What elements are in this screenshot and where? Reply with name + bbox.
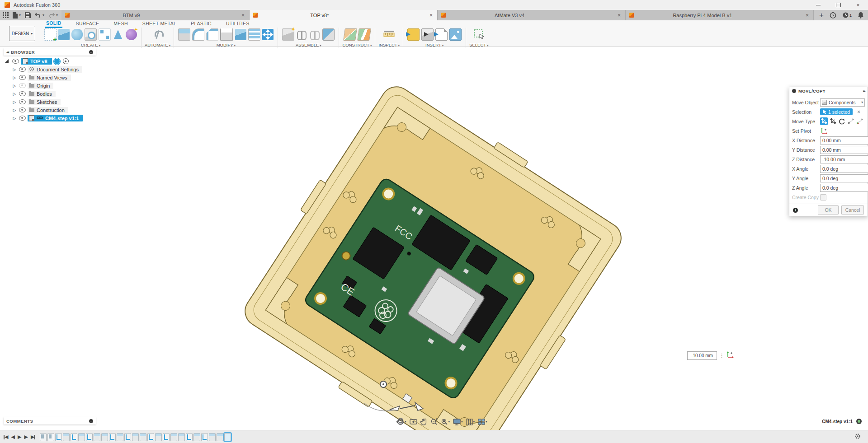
combine-icon[interactable] xyxy=(235,29,246,40)
bell-icon[interactable] xyxy=(858,12,864,19)
dock-panel-icon[interactable]: ▸▸ xyxy=(863,89,865,93)
timeline-feature[interactable] xyxy=(117,433,123,441)
redo-caret-icon[interactable]: ▾ xyxy=(56,13,58,17)
browser-item[interactable]: ▷ Named Views xyxy=(12,74,96,81)
dialog-header[interactable]: MOVE/COPY ▸▸ xyxy=(789,87,868,95)
browser-item[interactable]: ▷ Sketches xyxy=(12,98,96,106)
timeline-feature[interactable] xyxy=(193,433,200,441)
document-tab[interactable]: AtMate V3 v4 × xyxy=(438,10,626,20)
document-tab[interactable]: Raspberry Pi 4 Model B v1 × xyxy=(626,10,814,20)
orbit-button[interactable]: ▾ xyxy=(396,417,407,426)
timeline-feature[interactable] xyxy=(201,433,208,441)
value-row-input[interactable] xyxy=(820,184,868,192)
visibility-icon[interactable] xyxy=(19,99,26,104)
browser-item[interactable]: ▷ Bodies xyxy=(12,90,96,98)
create-sketch-icon[interactable] xyxy=(44,28,57,41)
expand-icon[interactable]: ▷ xyxy=(12,92,17,96)
redo-icon[interactable] xyxy=(48,13,55,18)
timeline-feature[interactable] xyxy=(209,433,216,441)
ribbon-tab[interactable]: UTILITIES xyxy=(225,20,250,27)
display-caret-icon[interactable]: ▾ xyxy=(461,420,463,424)
ribbon-tab[interactable]: SOLID xyxy=(45,20,62,28)
extrude-icon[interactable] xyxy=(58,29,70,40)
insert-mesh-icon[interactable] xyxy=(421,28,434,41)
ribbon-tab[interactable]: SURFACE xyxy=(75,20,100,27)
timeline-feature[interactable] xyxy=(224,433,231,441)
timeline-feature[interactable] xyxy=(78,433,85,441)
visibility-icon[interactable] xyxy=(19,116,26,121)
automate-icon[interactable] xyxy=(152,29,163,40)
insert-svg-icon[interactable] xyxy=(407,28,420,41)
visibility-icon[interactable] xyxy=(12,59,19,64)
point-to-position-button[interactable] xyxy=(856,117,863,125)
notifications-icon[interactable]: 1 xyxy=(842,12,852,19)
file-menu-icon[interactable] xyxy=(13,12,18,19)
comments-options-icon[interactable] xyxy=(89,419,93,423)
viewports-caret-icon[interactable]: ▾ xyxy=(486,420,487,424)
browser-item[interactable]: ▷ Document Settings xyxy=(12,65,96,73)
new-tab-icon[interactable]: + xyxy=(819,11,824,20)
orbit-caret-icon[interactable]: ▾ xyxy=(405,420,406,424)
as-built-joint-icon[interactable] xyxy=(309,29,321,40)
ribbon-tab[interactable]: PLASTIC xyxy=(190,20,212,27)
timeline-feature[interactable] xyxy=(140,433,146,441)
fillet-icon[interactable] xyxy=(192,28,204,41)
clear-selection-icon[interactable]: × xyxy=(857,109,860,115)
select-icon[interactable] xyxy=(473,29,485,40)
undo-caret-icon[interactable]: ▾ xyxy=(42,13,44,17)
skip-to-start-button[interactable]: ◀ xyxy=(4,434,8,440)
viewports-button[interactable]: ▾ xyxy=(477,418,488,426)
timeline-feature[interactable] xyxy=(55,433,62,441)
ribbon-tab[interactable]: SHEET METAL xyxy=(142,20,177,27)
undo-icon[interactable] xyxy=(35,13,41,18)
expand-icon[interactable]: ▷ xyxy=(12,116,17,121)
play-button[interactable]: ▶ xyxy=(18,434,21,440)
timeline-feature[interactable] xyxy=(217,433,223,441)
timeline-feature[interactable] xyxy=(186,433,193,441)
ok-button[interactable]: OK xyxy=(818,205,839,215)
grid-button[interactable]: ▾ xyxy=(465,418,476,426)
expand-icon[interactable]: ▷ xyxy=(12,75,17,80)
timeline-feature[interactable] xyxy=(40,433,47,441)
timeline-feature[interactable] xyxy=(163,433,170,441)
value-row-input[interactable] xyxy=(820,155,868,163)
job-status-icon[interactable] xyxy=(830,12,836,19)
timeline-feature[interactable] xyxy=(170,433,177,441)
close-button[interactable]: × xyxy=(848,0,868,10)
offset-plane-icon[interactable] xyxy=(343,28,357,41)
step-back-button[interactable]: ◀ xyxy=(11,434,14,440)
timeline-feature[interactable] xyxy=(86,433,93,441)
rotate-button[interactable] xyxy=(838,117,846,125)
visibility-icon[interactable] xyxy=(19,75,26,80)
document-tab[interactable]: BTM v9 × xyxy=(61,10,250,20)
timeline-feature[interactable] xyxy=(101,433,108,441)
press-pull-icon[interactable] xyxy=(178,28,190,41)
timeline-feature[interactable] xyxy=(71,433,77,441)
joint-icon[interactable] xyxy=(296,29,307,40)
step-forward-button[interactable]: ▶ xyxy=(24,434,28,440)
timeline-feature[interactable] xyxy=(109,433,116,441)
visibility-icon[interactable] xyxy=(19,67,26,72)
translate-button[interactable] xyxy=(829,117,837,125)
value-row-input[interactable] xyxy=(820,174,868,182)
set-pivot-mini-icon[interactable] xyxy=(726,351,734,360)
shell-icon[interactable] xyxy=(220,28,233,41)
timeline-feature[interactable] xyxy=(63,433,70,441)
ribbon-tab[interactable]: MESH xyxy=(113,20,129,27)
drag-handle-icon[interactable]: ⋮ xyxy=(719,353,724,359)
document-tab[interactable]: TOP v8* × xyxy=(250,10,438,20)
move-copy-icon[interactable] xyxy=(262,29,274,40)
fit-caret-icon[interactable]: ▾ xyxy=(448,420,450,424)
move-object-select[interactable]: Components ▾ xyxy=(820,98,865,107)
minimize-button[interactable] xyxy=(808,0,828,10)
collapse-panel-icon[interactable]: ◂◂ xyxy=(6,50,8,54)
expand-icon[interactable]: ▷ xyxy=(12,100,17,104)
mirror-icon[interactable] xyxy=(113,29,124,40)
3d-viewport[interactable]: FCC CE xyxy=(0,47,868,443)
revolve-icon[interactable] xyxy=(71,29,83,40)
value-row-input[interactable] xyxy=(820,165,868,173)
save-icon[interactable] xyxy=(25,12,31,18)
insert-cad-icon[interactable] xyxy=(435,28,448,41)
workspace-switcher[interactable]: DESIGN xyxy=(9,26,35,41)
measure-icon[interactable] xyxy=(383,29,395,40)
